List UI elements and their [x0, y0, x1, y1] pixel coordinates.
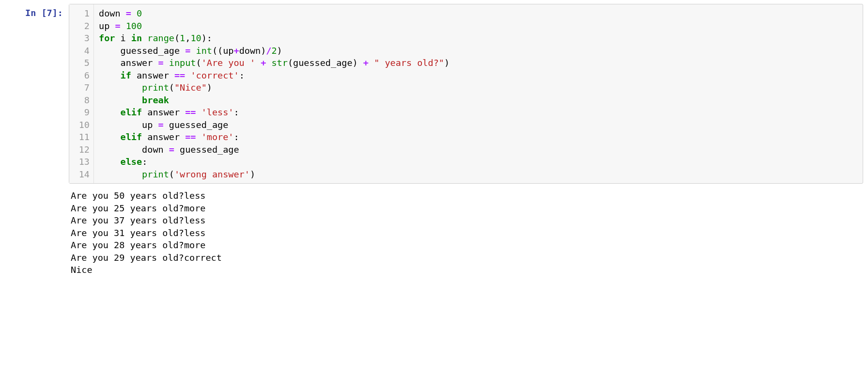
line-number: 4 — [74, 45, 90, 57]
code-line: if answer == 'correct': — [99, 69, 858, 82]
line-number: 8 — [74, 94, 90, 107]
code-line: print("Nice") — [99, 81, 858, 94]
code-line: down = guessed_age — [99, 143, 858, 156]
line-number-gutter: 1234567891011121314 — [69, 4, 94, 183]
code-line: up = guessed_age — [99, 119, 858, 131]
code-line: answer = input('Are you ' + str(guessed_… — [99, 57, 858, 69]
code-line: else: — [99, 156, 858, 168]
line-number: 11 — [74, 131, 90, 143]
code-line: break — [99, 94, 858, 107]
code-body[interactable]: down = 0up = 100for i in range(1,10): gu… — [94, 4, 863, 183]
line-number: 12 — [74, 143, 90, 156]
code-line: down = 0 — [99, 7, 858, 20]
cell-content: 1234567891011121314 down = 0up = 100for … — [69, 4, 863, 278]
line-number: 2 — [74, 20, 90, 32]
line-number: 13 — [74, 156, 90, 168]
input-prompt: In [7]: — [5, 4, 69, 278]
line-number: 3 — [74, 32, 90, 45]
code-input-area[interactable]: 1234567891011121314 down = 0up = 100for … — [69, 4, 863, 184]
code-line: print('wrong answer') — [99, 168, 858, 181]
line-number: 6 — [74, 69, 90, 82]
code-line: elif answer == 'more': — [99, 131, 858, 143]
line-number: 9 — [74, 106, 90, 119]
line-number: 5 — [74, 57, 90, 69]
line-number: 7 — [74, 81, 90, 94]
code-line: for i in range(1,10): — [99, 32, 858, 45]
code-line: guessed_age = int((up+down)/2) — [99, 45, 858, 57]
code-line: elif answer == 'less': — [99, 106, 858, 119]
line-number: 14 — [74, 168, 90, 181]
line-number: 10 — [74, 119, 90, 131]
prompt-label-prefix: In [ — [25, 8, 47, 18]
line-number: 1 — [74, 7, 90, 20]
prompt-number: 7 — [47, 8, 52, 18]
prompt-label-suffix: ]: — [52, 8, 63, 18]
code-cell: In [7]: 1234567891011121314 down = 0up =… — [0, 0, 868, 283]
output-area: Are you 50 years old?less Are you 25 yea… — [69, 184, 863, 278]
code-line: up = 100 — [99, 20, 858, 32]
